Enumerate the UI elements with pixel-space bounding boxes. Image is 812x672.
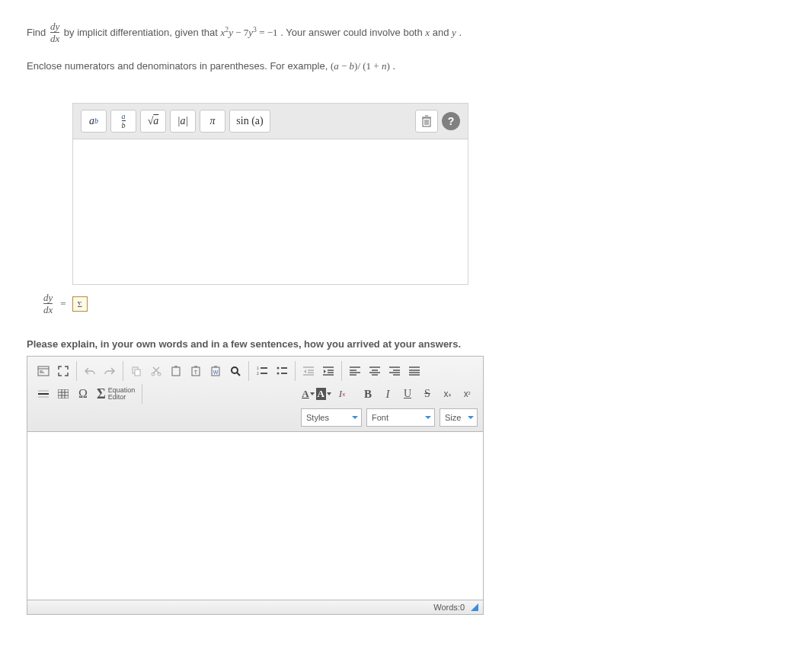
sin-button[interactable]: sin (a)	[229, 110, 270, 133]
paste-icon	[171, 366, 181, 376]
paste-button[interactable]	[167, 362, 185, 380]
question-end: .	[459, 27, 462, 38]
question-line-1: Find dy dx by implicit differentiation, …	[27, 21, 785, 45]
rich-text-body[interactable]	[27, 432, 483, 600]
svg-text:W: W	[213, 370, 219, 375]
svg-point-22	[232, 367, 238, 373]
paste-text-button[interactable]: T	[187, 362, 205, 380]
source-button[interactable]	[34, 362, 53, 380]
cut-icon	[151, 366, 161, 376]
bg-color-button[interactable]: A	[316, 385, 331, 403]
bullet-list-button[interactable]	[273, 362, 291, 380]
cut-button[interactable]	[147, 362, 165, 380]
fraction-button[interactable]: a b	[110, 110, 136, 133]
undo-button[interactable]	[81, 362, 99, 380]
align-left-button[interactable]	[346, 362, 364, 380]
paste-word-button[interactable]: W	[206, 362, 225, 380]
power-button[interactable]: ab	[81, 110, 107, 133]
bold-button[interactable]: B	[359, 385, 377, 403]
svg-rect-17	[194, 366, 197, 368]
copy-button[interactable]	[127, 362, 145, 380]
indent-icon	[323, 366, 334, 376]
numbered-list-button[interactable]: 12	[253, 362, 271, 380]
answer-lhs-fraction: dy dx	[43, 293, 53, 316]
source-icon	[37, 366, 50, 376]
bullet-list-icon	[277, 366, 287, 376]
question-lead: Find	[27, 27, 49, 38]
hint-line: Enclose numerators and denominators in p…	[27, 60, 785, 72]
rich-text-toolbar: T W 12	[27, 357, 483, 432]
table-icon	[58, 389, 69, 398]
sqrt-button[interactable]: √a	[140, 110, 166, 133]
svg-rect-11	[135, 370, 140, 376]
svg-text:2: 2	[257, 371, 259, 376]
rich-text-footer: Words: 0	[27, 600, 483, 614]
subscript-button[interactable]: x₂	[438, 385, 456, 403]
italic-button[interactable]: I	[379, 385, 397, 403]
equals-sign: =	[60, 298, 66, 310]
hr-icon	[37, 389, 50, 398]
align-center-icon	[369, 366, 380, 376]
equation-input[interactable]	[73, 139, 468, 284]
table-button[interactable]	[54, 385, 72, 403]
svg-point-29	[277, 373, 280, 375]
font-select[interactable]: Font	[366, 408, 435, 427]
dy-dx-fraction: dy dx	[50, 21, 59, 45]
align-center-button[interactable]	[366, 362, 384, 380]
size-select[interactable]: Size	[440, 408, 478, 427]
rich-text-editor: T W 12	[27, 356, 484, 615]
equation-editor-button[interactable]: Σ Equation Editor	[94, 385, 138, 403]
var-y: y	[452, 27, 456, 38]
abs-button[interactable]: |a|	[170, 110, 196, 133]
word-count-value: 0	[460, 603, 465, 612]
pi-button[interactable]: π	[200, 110, 225, 133]
hint-end: .	[392, 60, 395, 72]
text-color-button[interactable]: A	[302, 385, 314, 403]
word-count-label: Words:	[433, 603, 460, 612]
question-mid: by implicit differentiation, given that	[64, 27, 221, 38]
svg-rect-20	[214, 366, 217, 368]
given-equation: x2y − 7y3 = −1	[221, 27, 278, 38]
paste-word-icon: W	[211, 366, 220, 376]
equation-toolbar: ab a b √a |a| π sin (a)	[73, 104, 468, 139]
indent-button[interactable]	[319, 362, 337, 380]
align-right-icon	[389, 366, 400, 376]
svg-text:1: 1	[257, 366, 259, 370]
align-right-button[interactable]	[385, 362, 404, 380]
copy-icon	[131, 366, 142, 376]
search-icon	[230, 366, 241, 376]
styles-select[interactable]: Styles	[301, 408, 362, 427]
svg-line-23	[237, 373, 240, 376]
outdent-button[interactable]	[299, 362, 318, 380]
answer-row: dy dx = Σ	[42, 293, 785, 316]
align-justify-button[interactable]	[405, 362, 424, 380]
resize-handle[interactable]	[471, 603, 478, 611]
svg-rect-15	[174, 366, 177, 368]
hint-text: Enclose numerators and denominators in p…	[27, 60, 331, 72]
sigma-icon: Σ	[97, 386, 106, 402]
strike-button[interactable]: S	[418, 385, 436, 403]
find-button[interactable]	[226, 362, 245, 380]
trash-icon	[421, 115, 432, 127]
question-and: and	[433, 27, 452, 38]
underline-button[interactable]: U	[398, 385, 417, 403]
explain-prompt: Please explain, in your own words and in…	[27, 338, 785, 350]
equation-editor: ab a b √a |a| π sin (a)	[72, 103, 468, 285]
equation-placeholder-icon[interactable]: Σ	[72, 296, 88, 312]
special-char-button[interactable]: Ω	[74, 385, 92, 403]
svg-point-28	[277, 367, 280, 370]
superscript-button[interactable]: x²	[458, 385, 476, 403]
help-button[interactable]: ?	[442, 112, 460, 130]
trash-button[interactable]	[415, 110, 438, 133]
remove-format-button[interactable]: Ix	[333, 385, 351, 403]
question-tail: . Your answer could involve both	[280, 27, 425, 38]
svg-rect-14	[172, 367, 180, 376]
align-justify-icon	[409, 366, 420, 376]
hr-button[interactable]	[34, 385, 53, 403]
svg-text:T: T	[194, 370, 198, 375]
undo-icon	[85, 366, 95, 376]
redo-button[interactable]	[101, 362, 119, 380]
maximize-button[interactable]	[54, 362, 72, 380]
redo-icon	[104, 366, 115, 376]
outdent-icon	[303, 366, 314, 376]
